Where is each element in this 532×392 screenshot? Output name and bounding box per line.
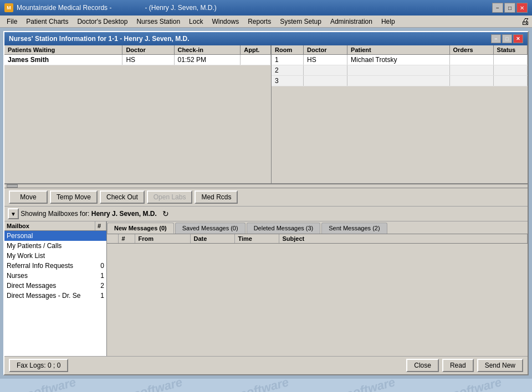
main-area: Nurses' Station Information for 1-1 - He… xyxy=(0,28,532,379)
inner-title-controls: − □ ✕ xyxy=(491,34,523,43)
inner-title-bar: Nurses' Station Information for 1-1 - He… xyxy=(4,32,528,45)
tabs-bar: New Messages (0) Saved Messages (0) Dele… xyxy=(107,221,528,234)
mailbox-header-row: ▼ Showing Mailboxes for: Henry J. Seven,… xyxy=(4,207,528,221)
mailbox-item-count xyxy=(93,232,104,240)
col-doctor: Doctor xyxy=(122,45,174,55)
menu-system-setup[interactable]: System Setup xyxy=(275,17,326,27)
mailbox-area: Mailbox # Personal My Patients / Calls xyxy=(4,221,528,356)
watermark-text-1: softwarerecords xyxy=(25,379,81,392)
room-doctor: HS xyxy=(304,55,347,65)
col-msg-num: # xyxy=(118,234,135,244)
bottom-right-buttons: Close Read Send New xyxy=(406,359,523,372)
mailbox-item-count: 1 xyxy=(93,292,104,300)
divider-handle[interactable] xyxy=(7,184,18,188)
col-patients-waiting: Patients Waiting xyxy=(4,45,122,55)
patient-checkin: 01:52 PM xyxy=(174,55,241,65)
maximize-button[interactable]: □ xyxy=(504,3,515,13)
tab-new-messages[interactable]: New Messages (0) xyxy=(107,223,174,234)
temp-move-button[interactable]: Temp Move xyxy=(50,190,98,204)
table-row[interactable]: 2 xyxy=(272,65,528,76)
room-orders xyxy=(449,65,493,76)
message-area: New Messages (0) Saved Messages (0) Dele… xyxy=(107,221,528,356)
close-button[interactable]: ✕ xyxy=(516,3,528,13)
menu-reports[interactable]: Reports xyxy=(243,17,275,27)
action-bar: Move Temp Move Check Out Open Labs Med R… xyxy=(4,188,528,207)
divider-bar xyxy=(4,184,528,188)
menu-bar: File Patient Charts Doctor's Desktop Nur… xyxy=(0,16,532,28)
patient-doctor: HS xyxy=(122,55,174,65)
patients-waiting-panel: Patients Waiting Doctor Check-in Appt. J… xyxy=(4,45,272,183)
title-bar-controls: − □ ✕ xyxy=(492,3,528,13)
tab-deleted-messages[interactable]: Deleted Messages (3) xyxy=(247,223,321,234)
mailbox-item-my-patients[interactable]: My Patients / Calls xyxy=(4,241,106,251)
mailbox-item-label: Nurses xyxy=(7,272,93,280)
mailbox-dropdown-button[interactable]: ▼ xyxy=(8,208,19,219)
top-section: Patients Waiting Doctor Check-in Appt. J… xyxy=(4,45,528,184)
mailbox-item-count xyxy=(93,252,104,260)
app-icon: M xyxy=(4,3,13,12)
mailbox-section: ▼ Showing Mailboxes for: Henry J. Seven,… xyxy=(4,207,528,374)
room-status xyxy=(493,76,527,86)
mailbox-item-count: 2 xyxy=(93,282,104,290)
menu-nurses-station[interactable]: Nurses Station xyxy=(132,17,185,27)
mailbox-item-work-list[interactable]: My Work List xyxy=(4,251,106,261)
mailbox-item-referral[interactable]: Referral Info Requests 0 xyxy=(4,261,106,271)
watermark-text-2: softwarerecords xyxy=(132,379,188,392)
printer-icon[interactable]: 🖨 xyxy=(521,17,530,26)
watermark-text-5: softwarerecords xyxy=(451,379,507,392)
menu-file[interactable]: File xyxy=(2,17,22,27)
minimize-button[interactable]: − xyxy=(492,3,503,13)
mailbox-for-label: Showing Mailboxes for: xyxy=(21,210,89,218)
mailbox-sidebar: Mailbox # Personal My Patients / Calls xyxy=(4,221,107,356)
watermark-text-3: softwarerecords xyxy=(238,379,294,392)
menu-patient-charts[interactable]: Patient Charts xyxy=(22,17,73,27)
mailbox-item-personal[interactable]: Personal xyxy=(4,231,106,241)
mailbox-item-label: Direct Messages xyxy=(7,282,93,290)
col-msg-subject: Subject xyxy=(279,234,528,244)
table-row[interactable]: James Smith HS 01:52 PM xyxy=(4,55,271,65)
menu-doctors-desktop[interactable]: Doctor's Desktop xyxy=(73,17,132,27)
inner-close-button[interactable]: ✕ xyxy=(513,34,523,43)
read-button[interactable]: Read xyxy=(442,359,474,372)
send-new-button[interactable]: Send New xyxy=(477,359,523,372)
room-status xyxy=(493,65,527,76)
fax-logs-button[interactable]: Fax Logs: 0 ; 0 xyxy=(9,359,68,372)
rooms-table: Room Doctor Patient Orders Status 1 HS M… xyxy=(272,45,528,86)
inner-window-title: Nurses' Station Information for 1-1 - He… xyxy=(9,35,190,43)
patient-appt xyxy=(241,55,271,65)
mailbox-item-nurses[interactable]: Nurses 1 xyxy=(4,271,106,281)
menu-help[interactable]: Help xyxy=(377,17,400,27)
mailbox-item-count: 1 xyxy=(93,272,104,280)
med-rcds-button[interactable]: Med Rcds xyxy=(195,190,238,204)
tab-sent-messages[interactable]: Sent Messages (2) xyxy=(321,223,387,234)
col-orders: Orders xyxy=(449,45,493,55)
mailbox-doctor-name: Henry J. Seven, M.D. xyxy=(91,210,157,218)
menu-lock[interactable]: Lock xyxy=(185,17,207,27)
table-row[interactable]: 1 HS Michael Trotsky xyxy=(272,55,528,65)
menu-administration[interactable]: Administration xyxy=(326,17,377,27)
table-row[interactable]: 3 xyxy=(272,76,528,86)
mailbox-item-label: My Work List xyxy=(7,252,93,260)
col-msg-time: Time xyxy=(234,234,279,244)
mailbox-item-label: My Patients / Calls xyxy=(7,242,93,250)
close-button[interactable]: Close xyxy=(406,359,439,372)
mailbox-item-direct-messages-dr[interactable]: Direct Messages - Dr. Se 1 xyxy=(4,291,106,301)
move-button[interactable]: Move xyxy=(9,190,48,204)
tab-saved-messages[interactable]: Saved Messages (0) xyxy=(175,223,245,234)
mailbox-item-count: 0 xyxy=(93,262,104,270)
col-appt: Appt. xyxy=(241,45,271,55)
app-title: Mountainside Medical Records - - (Henry … xyxy=(17,4,217,12)
inner-minimize-button[interactable]: − xyxy=(491,34,501,43)
col-msg-date: Date xyxy=(190,234,234,244)
bottom-bar: Fax Logs: 0 ; 0 Close Read Send New xyxy=(4,356,528,374)
mailbox-item-direct-messages[interactable]: Direct Messages 2 xyxy=(4,281,106,291)
check-out-button[interactable]: Check Out xyxy=(100,190,145,204)
menu-windows[interactable]: Windows xyxy=(207,17,243,27)
room-patient: Michael Trotsky xyxy=(347,55,449,65)
open-labs-button[interactable]: Open Labs xyxy=(147,190,193,204)
col-room-doctor: Doctor xyxy=(304,45,347,55)
refresh-icon[interactable]: ↻ xyxy=(160,208,171,219)
mailbox-list: Personal My Patients / Calls My Work Lis… xyxy=(4,231,106,356)
inner-restore-button[interactable]: □ xyxy=(502,34,512,43)
inner-window: Nurses' Station Information for 1-1 - He… xyxy=(3,31,529,375)
